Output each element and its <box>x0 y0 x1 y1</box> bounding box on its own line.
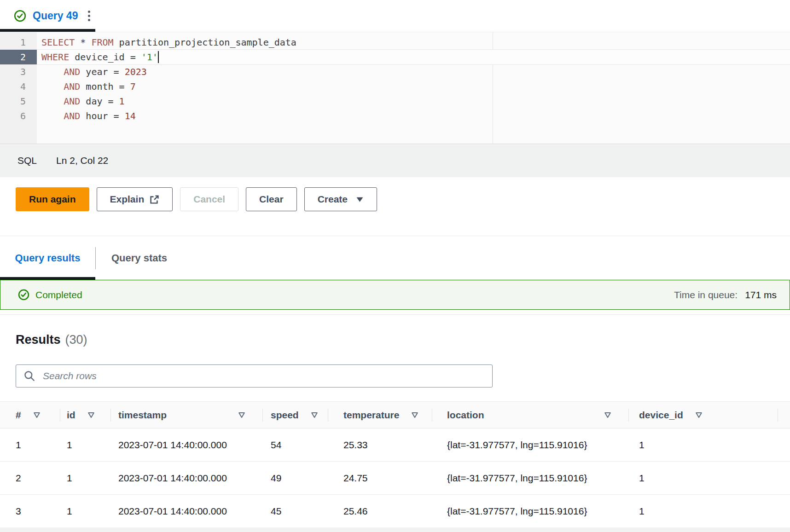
column-header-device_id: device_id <box>628 402 790 428</box>
code-token: 1 <box>119 96 125 107</box>
table-cell: 1 <box>0 428 60 462</box>
filter-icon[interactable] <box>411 412 418 418</box>
code-token <box>41 96 64 107</box>
line-number: 5 <box>0 94 37 109</box>
tab-query-results-label: Query results <box>15 252 81 264</box>
explain-button[interactable]: Explain <box>97 187 173 211</box>
code-token: WHERE <box>41 52 69 63</box>
column-header-id: id <box>60 402 110 428</box>
line-number: 1 <box>0 35 37 50</box>
code-token <box>41 110 64 121</box>
table-cell: 1 <box>628 495 790 528</box>
column-header-location: location <box>432 402 628 428</box>
filter-icon[interactable] <box>238 412 245 418</box>
table-cell: 49 <box>262 462 328 495</box>
kebab-menu-icon[interactable] <box>86 9 92 23</box>
table-cell: 1 <box>60 495 110 528</box>
tab-query-49[interactable]: Query 49 <box>0 0 95 32</box>
results-header-row: #idtimestampspeedtemperaturelocationdevi… <box>0 402 790 428</box>
filter-icon[interactable] <box>311 412 318 418</box>
run-again-label: Run again <box>29 194 76 205</box>
code-line: AND month = 7 <box>37 79 790 94</box>
results-count: (30) <box>65 333 87 347</box>
filter-icon[interactable] <box>695 412 703 418</box>
text-cursor <box>158 51 159 63</box>
results-panel: Results (30) #idtimestampspeedtemperatur… <box>0 314 790 527</box>
table-cell: 2 <box>0 462 60 495</box>
column-header-timestamp: timestamp <box>110 402 262 428</box>
table-cell: 2023-07-01 14:40:00.000 <box>110 462 262 495</box>
code-token: partition_projection_sample_data <box>114 37 296 48</box>
table-cell: 25.46 <box>328 495 432 528</box>
table-cell: 1 <box>60 428 110 462</box>
code-line: AND day = 1 <box>37 94 790 109</box>
code-token: '1' <box>141 52 158 63</box>
query-tab-title: Query 49 <box>33 10 78 22</box>
code-token: 7 <box>130 81 136 92</box>
column-header-label: # <box>16 410 21 421</box>
clear-button[interactable]: Clear <box>246 187 297 211</box>
table-cell: 1 <box>60 462 110 495</box>
code-token: device_id = <box>69 52 141 63</box>
caret-down-icon <box>356 197 364 202</box>
tab-query-stats[interactable]: Query stats <box>96 236 183 280</box>
filter-icon[interactable] <box>604 412 611 418</box>
code-token: hour = <box>80 110 124 121</box>
cancel-button[interactable]: Cancel <box>180 187 238 211</box>
results-heading: Results (30) <box>16 333 790 347</box>
results-tab-bar: Query results Query stats <box>0 236 790 280</box>
cancel-label: Cancel <box>193 194 225 205</box>
column-header-label: timestamp <box>118 410 167 421</box>
column-header-label: id <box>67 410 76 421</box>
code-line: AND hour = 14 <box>37 109 790 123</box>
column-header-inner: timestamp <box>118 410 262 421</box>
editor-status-bar: SQL Ln 2, Col 22 <box>0 144 790 177</box>
column-header-label: speed <box>271 410 299 421</box>
code-token: month = <box>80 81 130 92</box>
create-label: Create <box>318 194 348 205</box>
run-again-button[interactable]: Run again <box>16 187 89 211</box>
table-cell: 24.75 <box>328 462 432 495</box>
query-status-banner: Completed Time in queue: 171 ms <box>0 280 790 310</box>
search-rows-input[interactable] <box>42 370 487 382</box>
results-body: 112023-07-01 14:40:00.0005425.33{lat=-31… <box>0 428 790 528</box>
column-header-label: temperature <box>343 410 399 421</box>
completed-label: Completed <box>35 289 82 301</box>
code-token: FROM <box>91 37 113 48</box>
line-number: 4 <box>0 79 37 94</box>
line-number: 2 <box>0 50 37 64</box>
external-link-icon <box>150 195 159 204</box>
table-cell: 54 <box>262 428 328 462</box>
search-icon <box>23 370 35 382</box>
table-cell: 45 <box>262 495 328 528</box>
code-token: 2023 <box>125 66 147 77</box>
editor-gutter: 123456 <box>0 32 37 144</box>
results-title: Results <box>16 333 61 347</box>
athena-query-editor: Query 49 123456 SELECT * FROM partition_… <box>0 0 790 532</box>
code-token <box>41 66 64 77</box>
code-token: SELECT <box>41 37 75 48</box>
completed-check-icon <box>18 289 29 301</box>
bottom-strip <box>0 527 790 532</box>
code-token: AND <box>64 66 80 77</box>
table-row: 212023-07-01 14:40:00.0004924.75{lat=-31… <box>0 462 790 495</box>
tab-query-stats-label: Query stats <box>111 252 167 264</box>
table-cell: {lat=-31.977577, lng=115.91016} <box>432 495 628 528</box>
tab-query-results[interactable]: Query results <box>0 236 95 280</box>
code-token: year = <box>80 66 124 77</box>
column-header-inner: location <box>447 410 628 421</box>
column-header-inner: temperature <box>343 410 431 421</box>
line-number: 3 <box>0 64 37 79</box>
code-token: 14 <box>125 110 136 121</box>
sql-editor[interactable]: 123456 SELECT * FROM partition_projectio… <box>0 32 790 144</box>
code-token: * <box>75 37 91 48</box>
code-token: AND <box>64 110 80 121</box>
line-number: 6 <box>0 109 37 123</box>
column-header-inner: device_id <box>639 410 790 421</box>
filter-icon[interactable] <box>87 412 95 418</box>
column-header-speed: speed <box>262 402 328 428</box>
create-button[interactable]: Create <box>304 187 377 211</box>
filter-icon[interactable] <box>33 412 41 418</box>
table-cell: 1 <box>628 428 790 462</box>
code-line: AND year = 2023 <box>37 64 790 79</box>
